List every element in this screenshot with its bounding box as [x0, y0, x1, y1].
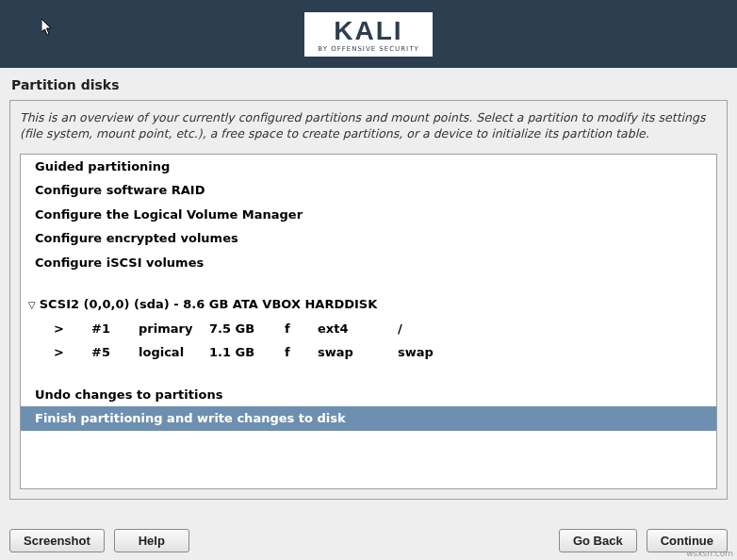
menu-configure-raid[interactable]: Configure software RAID [21, 178, 716, 203]
logo-tagline: BY OFFENSIVE SECURITY [318, 46, 418, 53]
menu-configure-iscsi[interactable]: Configure iSCSI volumes [21, 251, 716, 275]
watermark-text: wsxsn.com [686, 549, 733, 558]
partition-fs: swap [318, 343, 398, 362]
spacer [21, 365, 716, 383]
partition-row[interactable]: > #5 logical 1.1 GB f swap swap [21, 340, 716, 365]
partition-flag: f [285, 320, 318, 338]
partition-number: #1 [91, 320, 139, 338]
disk-device-row[interactable]: ▽ SCSI2 (0,0,0) (sda) - 8.6 GB ATA VBOX … [21, 292, 716, 317]
content-frame: This is an overview of your currently co… [9, 100, 728, 500]
partition-type: logical [139, 343, 209, 362]
menu-finish-partitioning[interactable]: Finish partitioning and write changes to… [21, 406, 716, 431]
partition-arrow: > [54, 343, 91, 362]
menu-undo-changes[interactable]: Undo changes to partitions [21, 383, 716, 407]
expand-icon: ▽ [28, 298, 36, 312]
partition-size: 7.5 GB [209, 320, 285, 338]
instructions-text: This is an overview of your currently co… [10, 101, 727, 154]
page-title: Partition disks [0, 68, 737, 100]
menu-configure-lvm[interactable]: Configure the Logical Volume Manager [21, 203, 716, 227]
go-back-button[interactable]: Go Back [559, 529, 637, 552]
partition-fs: ext4 [318, 320, 398, 338]
partition-flag: f [285, 343, 318, 362]
kali-logo: KALI BY OFFENSIVE SECURITY [304, 12, 432, 57]
disk-label: SCSI2 (0,0,0) (sda) - 8.6 GB ATA VBOX HA… [40, 295, 378, 314]
help-button[interactable]: Help [114, 529, 189, 552]
partition-size: 1.1 GB [209, 343, 285, 362]
logo-brand: KALI [318, 18, 418, 44]
header-banner: KALI BY OFFENSIVE SECURITY [0, 0, 737, 68]
spacer [21, 274, 716, 292]
menu-guided-partitioning[interactable]: Guided partitioning [21, 155, 716, 179]
partition-number: #5 [91, 343, 139, 362]
partition-arrow: > [54, 320, 91, 338]
partition-list: Guided partitioning Configure software R… [20, 154, 717, 489]
partition-mount: swap [398, 343, 434, 362]
partition-type: primary [139, 320, 209, 338]
menu-configure-encrypted[interactable]: Configure encrypted volumes [21, 226, 716, 251]
bottom-toolbar: Screenshot Help Go Back Continue [9, 529, 728, 552]
partition-mount: / [398, 320, 402, 338]
left-buttons: Screenshot Help [9, 529, 189, 552]
screenshot-button[interactable]: Screenshot [9, 529, 105, 552]
partition-row[interactable]: > #1 primary 7.5 GB f ext4 / [21, 317, 716, 341]
